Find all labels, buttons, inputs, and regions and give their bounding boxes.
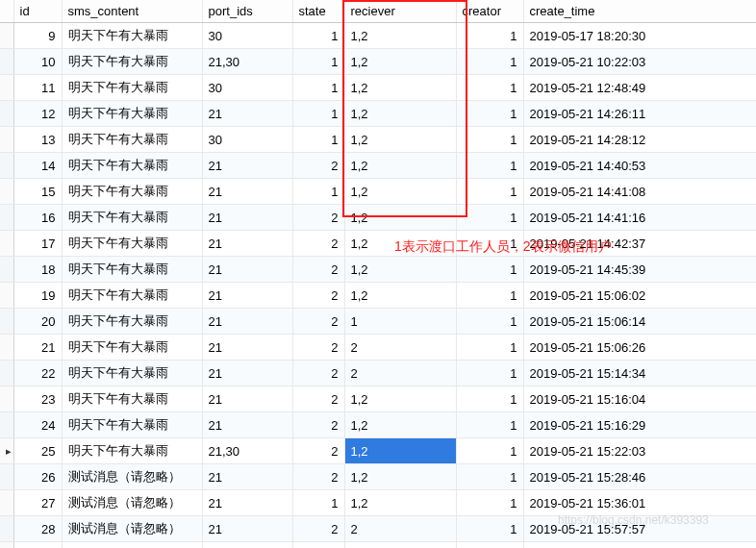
cell-state[interactable]: 2: [292, 386, 344, 412]
cell-creator[interactable]: 1: [456, 490, 523, 516]
cell-create-time[interactable]: 2019-05-21 12:48:49: [523, 75, 756, 101]
cell-port-ids[interactable]: 21,30: [202, 438, 292, 464]
cell-create-time[interactable]: 2019-05-21 15:06:26: [523, 335, 756, 361]
cell-reciever[interactable]: 1,2: [344, 101, 456, 127]
col-creator[interactable]: creator: [456, 0, 523, 23]
cell-creator[interactable]: 1: [456, 101, 523, 127]
col-id[interactable]: id: [13, 0, 62, 23]
cell-id[interactable]: 15: [13, 179, 62, 205]
col-create-time[interactable]: create_time: [523, 0, 756, 23]
cell-sms-content[interactable]: 测试消息（请忽略）: [62, 516, 202, 542]
table-row[interactable]: 17明天下午有大暴雨2121,212019-05-21 14:42:37: [0, 231, 756, 257]
cell-port-ids[interactable]: 21: [202, 542, 292, 549]
cell-state[interactable]: 2: [292, 283, 344, 309]
cell-id[interactable]: 14: [13, 153, 62, 179]
cell-reciever[interactable]: 1,2: [344, 257, 456, 283]
cell-state[interactable]: 1: [292, 490, 344, 516]
cell-sms-content[interactable]: 明天下午有大暴雨: [62, 386, 202, 412]
cell-port-ids[interactable]: 30: [202, 75, 292, 101]
cell-create-time[interactable]: 2019-05-21 14:41:08: [523, 179, 756, 205]
table-row[interactable]: 20明天下午有大暴雨212112019-05-21 15:06:14: [0, 309, 756, 335]
cell-sms-content[interactable]: 明天下午有大暴雨: [62, 127, 202, 153]
cell-sms-content[interactable]: 明天下午有大暴雨: [62, 101, 202, 127]
cell-state[interactable]: 1: [292, 127, 344, 153]
cell-port-ids[interactable]: 21: [202, 153, 292, 179]
cell-create-time[interactable]: 2019-05-21 15:16:04: [523, 386, 756, 412]
cell-creator[interactable]: 1: [456, 516, 523, 542]
table-row[interactable]: 28测试消息（请忽略）212212019-05-21 15:57:57: [0, 516, 756, 542]
cell-create-time[interactable]: 2019-05-21 14:26:11: [523, 101, 756, 127]
cell-sms-content[interactable]: 明天下午有大暴雨: [62, 412, 202, 438]
cell-id[interactable]: 23: [13, 386, 62, 412]
cell-reciever[interactable]: 2: [344, 542, 456, 549]
cell-create-time[interactable]: 2019-05-21 15:36:01: [523, 490, 756, 516]
cell-port-ids[interactable]: 21,30: [202, 49, 292, 75]
cell-creator[interactable]: 1: [456, 153, 523, 179]
cell-id[interactable]: 28: [13, 516, 62, 542]
cell-id[interactable]: 21: [13, 335, 62, 361]
cell-state[interactable]: 2: [292, 516, 344, 542]
cell-create-time[interactable]: 2019-05-21 15:14:34: [523, 361, 756, 386]
cell-sms-content[interactable]: 明天下午有大暴雨: [62, 361, 202, 386]
cell-state[interactable]: 2: [292, 464, 344, 490]
cell-creator[interactable]: 1: [456, 464, 523, 490]
cell-port-ids[interactable]: 30: [202, 23, 292, 49]
data-grid[interactable]: id sms_content port_ids state reciever c…: [0, 0, 756, 548]
cell-state[interactable]: 1: [292, 23, 344, 49]
cell-creator[interactable]: 1: [456, 283, 523, 309]
cell-creator[interactable]: 1: [456, 127, 523, 153]
table-row[interactable]: 27测试消息（请忽略）2111,212019-05-21 15:36:01: [0, 490, 756, 516]
cell-id[interactable]: 22: [13, 361, 62, 386]
cell-port-ids[interactable]: 21: [202, 101, 292, 127]
col-reciever[interactable]: reciever: [344, 0, 456, 23]
cell-create-time[interactable]: 2019-05-21 15:16:29: [523, 412, 756, 438]
cell-port-ids[interactable]: 21: [202, 386, 292, 412]
cell-sms-content[interactable]: 明天下午有大暴雨: [62, 257, 202, 283]
cell-sms-content[interactable]: 明天下午有大暴雨: [62, 309, 202, 335]
cell-create-time[interactable]: 2019-05-21 14:41:16: [523, 205, 756, 231]
cell-reciever[interactable]: 1,2: [344, 153, 456, 179]
cell-create-time[interactable]: 2019-05-21 14:42:37: [523, 231, 756, 257]
col-port-ids[interactable]: port_ids: [202, 0, 292, 23]
cell-reciever[interactable]: 1: [344, 309, 456, 335]
cell-reciever[interactable]: 2: [344, 361, 456, 386]
cell-id[interactable]: 12: [13, 101, 62, 127]
cell-reciever[interactable]: 1,2: [344, 490, 456, 516]
cell-port-ids[interactable]: 21: [202, 231, 292, 257]
cell-id[interactable]: 13: [13, 127, 62, 153]
cell-id[interactable]: 20: [13, 309, 62, 335]
cell-creator[interactable]: 1: [456, 361, 523, 386]
cell-sms-content[interactable]: 明天下午有大暴雨: [62, 283, 202, 309]
cell-create-time[interactable]: 2019-05-21 15:58:16: [523, 542, 756, 549]
cell-reciever[interactable]: 1,2: [344, 127, 456, 153]
table-row[interactable]: 26测试消息（请忽略）2121,212019-05-21 15:28:46: [0, 464, 756, 490]
cell-id[interactable]: 27: [13, 490, 62, 516]
cell-reciever[interactable]: 1,2: [344, 23, 456, 49]
cell-create-time[interactable]: 2019-05-21 15:22:03: [523, 438, 756, 464]
table-row[interactable]: 14明天下午有大暴雨2121,212019-05-21 14:40:53: [0, 153, 756, 179]
cell-create-time[interactable]: 2019-05-17 18:20:30: [523, 23, 756, 49]
cell-port-ids[interactable]: 21: [202, 412, 292, 438]
cell-create-time[interactable]: 2019-05-21 14:45:39: [523, 257, 756, 283]
cell-sms-content[interactable]: 明天下午有大暴雨: [62, 49, 202, 75]
cell-port-ids[interactable]: 21: [202, 309, 292, 335]
cell-state[interactable]: 2: [292, 438, 344, 464]
table-row[interactable]: 18明天下午有大暴雨2121,212019-05-21 14:45:39: [0, 257, 756, 283]
cell-sms-content[interactable]: 测试消息（请忽略）: [62, 490, 202, 516]
cell-creator[interactable]: 1: [456, 23, 523, 49]
cell-create-time[interactable]: 2019-05-21 14:40:53: [523, 153, 756, 179]
table-row[interactable]: 13明天下午有大暴雨3011,212019-05-21 14:28:12: [0, 127, 756, 153]
cell-id[interactable]: 26: [13, 464, 62, 490]
cell-state[interactable]: 2: [292, 542, 344, 549]
cell-port-ids[interactable]: 21: [202, 361, 292, 386]
cell-state[interactable]: 1: [292, 49, 344, 75]
cell-reciever[interactable]: 2: [344, 516, 456, 542]
cell-port-ids[interactable]: 21: [202, 464, 292, 490]
cell-id[interactable]: 25: [13, 438, 62, 464]
table-row[interactable]: 12明天下午有大暴雨2111,212019-05-21 14:26:11: [0, 101, 756, 127]
cell-id[interactable]: 16: [13, 205, 62, 231]
table-row[interactable]: 19明天下午有大暴雨2121,212019-05-21 15:06:02: [0, 283, 756, 309]
cell-state[interactable]: 1: [292, 75, 344, 101]
cell-state[interactable]: 2: [292, 231, 344, 257]
cell-reciever[interactable]: 1,2: [344, 283, 456, 309]
